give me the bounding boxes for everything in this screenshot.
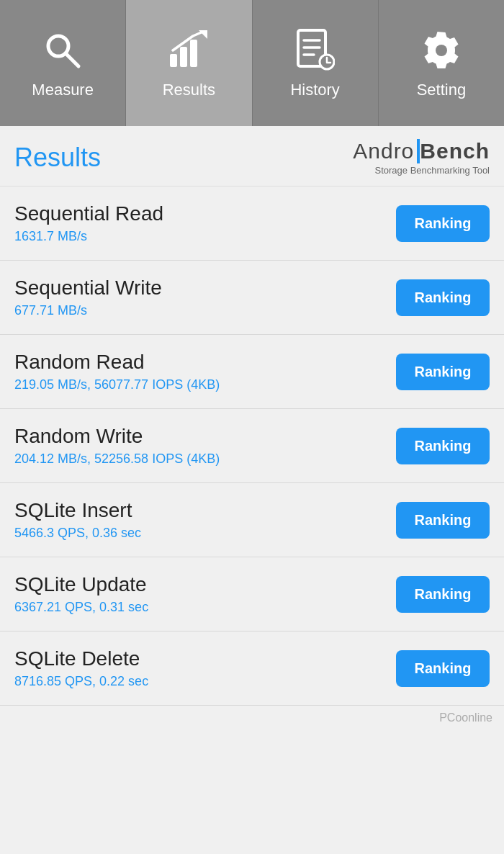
- benchmark-name: SQLite Insert: [14, 499, 396, 522]
- benchmark-item: SQLite Insert 5466.3 QPS, 0.36 sec Ranki…: [0, 483, 504, 557]
- benchmark-item: SQLite Delete 8716.85 QPS, 0.22 sec Rank…: [0, 631, 504, 706]
- benchmark-info: Random Read 219.05 MB/s, 56077.77 IOPS (…: [14, 351, 396, 392]
- ranking-button[interactable]: Ranking: [396, 354, 490, 390]
- watermark-text: PCoonline: [439, 711, 492, 724]
- benchmark-value: 5466.3 QPS, 0.36 sec: [14, 526, 396, 541]
- content-area: Results AndroBench Storage Benchmarking …: [0, 126, 504, 854]
- ranking-button[interactable]: Ranking: [396, 205, 490, 242]
- nav-bar: Measure Results H: [0, 0, 504, 126]
- benchmark-name: SQLite Delete: [14, 647, 396, 670]
- nav-label-setting: Setting: [417, 81, 467, 99]
- benchmark-info: SQLite Update 6367.21 QPS, 0.31 sec: [14, 573, 396, 615]
- benchmark-value: 1631.7 MB/s: [14, 229, 396, 244]
- nav-item-measure[interactable]: Measure: [0, 0, 126, 126]
- benchmark-name: Sequential Read: [14, 202, 396, 225]
- svg-rect-2: [170, 54, 177, 67]
- ranking-button[interactable]: Ranking: [396, 279, 490, 316]
- benchmark-list: Sequential Read 1631.7 MB/s Ranking Sequ…: [0, 186, 504, 706]
- nav-item-results[interactable]: Results: [126, 0, 252, 126]
- brand-logo: AndroBench Storage Benchmarking Tool: [353, 139, 490, 176]
- benchmark-item: Sequential Read 1631.7 MB/s Ranking: [0, 186, 504, 261]
- results-header: Results AndroBench Storage Benchmarking …: [0, 126, 504, 186]
- benchmark-name: Random Write: [14, 425, 396, 448]
- ranking-button[interactable]: Ranking: [396, 428, 490, 464]
- benchmark-value: 6367.21 QPS, 0.31 sec: [14, 600, 396, 615]
- benchmark-item: Random Write 204.12 MB/s, 52256.58 IOPS …: [0, 409, 504, 483]
- benchmark-value: 219.05 MB/s, 56077.77 IOPS (4KB): [14, 377, 396, 392]
- svg-point-11: [436, 45, 447, 56]
- ranking-button[interactable]: Ranking: [396, 576, 490, 613]
- svg-rect-4: [190, 40, 197, 67]
- measure-icon: [40, 27, 86, 73]
- history-icon: [292, 27, 338, 73]
- benchmark-info: Sequential Write 677.71 MB/s: [14, 277, 396, 318]
- benchmark-name: Random Read: [14, 351, 396, 374]
- benchmark-name: SQLite Update: [14, 573, 396, 596]
- ranking-button[interactable]: Ranking: [396, 650, 490, 687]
- nav-label-results: Results: [163, 81, 215, 99]
- benchmark-info: SQLite Delete 8716.85 QPS, 0.22 sec: [14, 647, 396, 689]
- nav-label-history: History: [290, 81, 339, 99]
- results-icon: [166, 27, 212, 73]
- brand-name: AndroBench: [353, 139, 490, 163]
- page-title: Results: [14, 143, 101, 173]
- benchmark-item: Random Read 219.05 MB/s, 56077.77 IOPS (…: [0, 335, 504, 409]
- brand-sub: Storage Benchmarking Tool: [375, 165, 490, 176]
- nav-label-measure: Measure: [32, 81, 94, 99]
- benchmark-info: Sequential Read 1631.7 MB/s: [14, 202, 396, 244]
- benchmark-item: SQLite Update 6367.21 QPS, 0.31 sec Rank…: [0, 557, 504, 631]
- benchmark-value: 8716.85 QPS, 0.22 sec: [14, 674, 396, 689]
- ranking-button[interactable]: Ranking: [396, 502, 490, 539]
- svg-line-1: [66, 53, 78, 66]
- brand-bench: Bench: [420, 139, 490, 163]
- brand-andro: Andro: [353, 139, 420, 163]
- benchmark-name: Sequential Write: [14, 277, 396, 300]
- benchmark-item: Sequential Write 677.71 MB/s Ranking: [0, 261, 504, 335]
- svg-marker-5: [199, 30, 207, 39]
- nav-item-setting[interactable]: Setting: [379, 0, 504, 126]
- benchmark-info: Random Write 204.12 MB/s, 52256.58 IOPS …: [14, 425, 396, 467]
- benchmark-info: SQLite Insert 5466.3 QPS, 0.36 sec: [14, 499, 396, 541]
- benchmark-value: 204.12 MB/s, 52256.58 IOPS (4KB): [14, 451, 396, 467]
- benchmark-value: 677.71 MB/s: [14, 303, 396, 318]
- nav-item-history[interactable]: History: [253, 0, 379, 126]
- svg-rect-3: [180, 47, 187, 67]
- watermark: PCoonline: [0, 706, 504, 730]
- setting-icon: [418, 27, 464, 73]
